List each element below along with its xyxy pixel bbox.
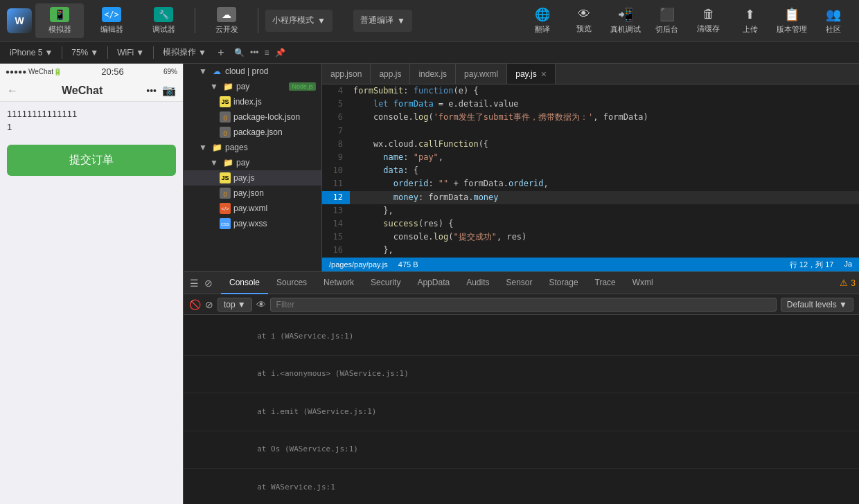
- tab-storage[interactable]: Storage: [541, 272, 587, 294]
- debugger-btn[interactable]: 🔧 调试器: [139, 3, 188, 38]
- tab-index-js[interactable]: index.js: [410, 64, 456, 84]
- tree-item-package-json[interactable]: {} package.json: [184, 125, 321, 140]
- device-bar: iPhone 5 ▼ 75% ▼ WiFi ▼ 模拟操作 ▼ + 🔍 ••• ≡…: [0, 42, 859, 64]
- cloud-label: 云开发: [215, 24, 238, 35]
- more-options-icon[interactable]: •••: [250, 48, 259, 57]
- editor-btn[interactable]: </> 编辑器: [87, 3, 136, 38]
- log-level-dropdown[interactable]: Default levels ▼: [781, 298, 853, 312]
- file-tree: ▼ ☁ cloud | prod ▼ 📁 pay Node.js JS inde…: [184, 64, 322, 271]
- console-trace-2: at i.<anonymous> (WAService.js:1): [184, 356, 859, 394]
- phone-content-area: 11111111111111 1 提交订单: [0, 102, 183, 504]
- editor-status-right: 行 12，列 17 Ja: [790, 260, 852, 270]
- compile-dropdown[interactable]: 普通编译 ▼: [353, 10, 412, 32]
- tab-sensor[interactable]: Sensor: [498, 272, 541, 294]
- json-file-icon-2: {}: [220, 127, 231, 138]
- tab-wxml[interactable]: Wxml: [624, 272, 662, 294]
- pin-icon[interactable]: 📌: [275, 48, 285, 57]
- simulator-btn[interactable]: 📱 模拟器: [35, 3, 84, 38]
- tree-label-pay-pages: pay: [236, 158, 249, 168]
- translate-btn[interactable]: 🌐 翻译: [523, 7, 561, 35]
- editor-status-bar: /pages/pay/pay.js 475 B 行 12，列 17 Ja: [322, 258, 859, 271]
- upload-btn[interactable]: ⬆ 上传: [731, 7, 769, 35]
- clear-cache-btn[interactable]: 🗑 清缓存: [689, 7, 727, 34]
- scope-dropdown[interactable]: top ▼: [218, 298, 252, 312]
- layout-icon[interactable]: ≡: [265, 48, 269, 57]
- close-tab-icon[interactable]: ×: [541, 69, 547, 80]
- toolbar-separator-2: [258, 8, 258, 33]
- code-line-16: 16 },: [322, 244, 859, 257]
- tree-item-pay-json[interactable]: {} pay.json: [184, 186, 321, 201]
- code-line-13: 13 },: [322, 204, 859, 217]
- search-btn[interactable]: 🔍: [234, 48, 245, 57]
- phone-camera-icon[interactable]: 📷: [162, 84, 176, 97]
- tab-app-json[interactable]: app.json: [322, 64, 371, 84]
- add-page-btn[interactable]: +: [213, 45, 229, 60]
- tab-appdata[interactable]: AppData: [409, 272, 458, 294]
- background-btn[interactable]: ⬛ 切后台: [648, 7, 686, 35]
- devtools-side-icon-2[interactable]: ⊘: [202, 278, 215, 289]
- main-content: ●●●●● WeChat🔋 20:56 69% ← WeChat ••• 📷 1…: [0, 64, 859, 504]
- community-btn[interactable]: 👥 社区: [814, 7, 852, 35]
- submit-order-btn[interactable]: 提交订单: [7, 145, 176, 176]
- wechat-title: WeChat: [62, 84, 103, 97]
- simulate-action-dropdown[interactable]: 模拟操作 ▼: [159, 45, 211, 60]
- tab-audits[interactable]: Audits: [458, 272, 497, 294]
- tab-trace[interactable]: Trace: [587, 272, 624, 294]
- tree-item-pay-js[interactable]: JS pay.js: [184, 170, 321, 186]
- block-icon[interactable]: ⊘: [205, 299, 213, 310]
- code-line-6: 6 console.log('form发生了submit事件，携带数据为：', …: [322, 111, 859, 124]
- tree-label-index-js: index.js: [233, 97, 262, 107]
- tab-network[interactable]: Network: [315, 272, 362, 294]
- device-bar-sep-1: [62, 46, 62, 59]
- tree-item-index-js[interactable]: JS index.js: [184, 94, 321, 109]
- code-content: 4 formSubmit: function(e) { 5 let formDa…: [322, 84, 859, 258]
- zoom-dropdown[interactable]: 75% ▼: [67, 46, 103, 59]
- real-debug-btn[interactable]: 📲 真机调试: [606, 7, 644, 35]
- app-logo: W: [7, 8, 32, 33]
- toolbar-separator-1: [195, 8, 195, 33]
- simulate-chevron-icon: ▼: [198, 48, 206, 57]
- json-file-icon: {}: [220, 111, 231, 123]
- upload-icon: ⬆: [745, 7, 755, 22]
- version-mgr-btn[interactable]: 📋 版本管理: [772, 7, 811, 35]
- translate-icon: 🌐: [535, 7, 550, 22]
- tab-pay-js[interactable]: pay.js ×: [507, 64, 556, 84]
- tab-sources[interactable]: Sources: [268, 272, 315, 294]
- tree-item-pay-pages[interactable]: ▼ 📁 pay: [184, 155, 321, 170]
- community-icon: 👥: [826, 7, 841, 22]
- cloud-btn[interactable]: ☁ 云开发: [202, 3, 251, 38]
- tree-item-pay-wxml[interactable]: </> pay.wxml: [184, 201, 321, 216]
- phone-time: 20:56: [101, 66, 124, 77]
- simulate-label: 模拟操作: [163, 46, 196, 58]
- warning-icon: ⚠: [840, 278, 848, 288]
- tree-item-pay-cloud[interactable]: ▼ 📁 pay Node.js: [184, 79, 321, 94]
- code-line-15: 15 console.log("提交成功", res): [322, 231, 859, 244]
- preview-btn[interactable]: 👁 预览: [565, 7, 603, 34]
- clear-console-btn[interactable]: 🚫: [189, 299, 201, 310]
- main-toolbar: W 📱 模拟器 </> 编辑器 🔧 调试器 ☁ 云开发 小程序模式 ▼ 普通编译…: [0, 0, 859, 42]
- tree-label-pay-wxss: pay.wxss: [233, 219, 267, 228]
- code-line-11: 11 orderid: "" + formData.orderid,: [322, 177, 859, 190]
- tree-item-pay-wxss[interactable]: css pay.wxss: [184, 216, 321, 231]
- phone-wechat-bar: ← WeChat ••• 📷: [0, 80, 183, 102]
- console-filter-input[interactable]: [270, 298, 777, 312]
- tab-security[interactable]: Security: [362, 272, 409, 294]
- tree-item-pages[interactable]: ▼ 📁 pages: [184, 140, 321, 155]
- tree-label-pages: pages: [225, 143, 248, 152]
- device-dropdown[interactable]: iPhone 5 ▼: [6, 46, 57, 59]
- console-trace-4: at Os (WAService.js:1): [184, 431, 859, 469]
- devtools-side-icon-1[interactable]: ☰: [187, 278, 202, 289]
- tree-item-package-lock[interactable]: {} package-lock.json: [184, 109, 321, 125]
- mode-dropdown[interactable]: 小程序模式 ▼: [265, 10, 333, 32]
- device-chevron-icon: ▼: [44, 48, 53, 57]
- real-debug-icon: 📲: [618, 7, 633, 22]
- pay-chevron-icon: ▼: [209, 157, 220, 168]
- tab-app-js[interactable]: app.js: [371, 64, 410, 84]
- tab-console[interactable]: Console: [221, 272, 268, 294]
- tab-pay-wxml[interactable]: pay.wxml: [456, 64, 507, 84]
- menu-dots-icon[interactable]: •••: [146, 85, 157, 96]
- tree-label-pay-wxml: pay.wxml: [233, 204, 267, 213]
- eye-icon[interactable]: 👁: [256, 299, 266, 310]
- tree-item-cloud-prod[interactable]: ▼ ☁ cloud | prod: [184, 64, 321, 79]
- network-dropdown[interactable]: WiFi ▼: [113, 46, 148, 59]
